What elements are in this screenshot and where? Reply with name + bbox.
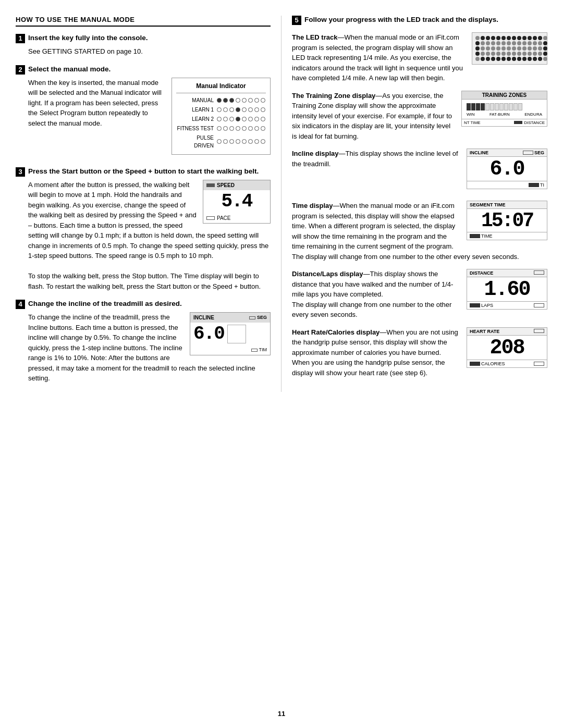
incline-dp-header-right-area: SEG	[523, 150, 544, 155]
incline-label: INCLINE	[193, 314, 214, 322]
indicator-label-manual: MANUAL	[176, 96, 217, 104]
led-cell	[522, 41, 527, 45]
time-dp-footer-label: TIME	[481, 233, 493, 239]
heart-dp-header-left: HEART RATE	[470, 329, 499, 334]
incline-display-section: INCLINE SEG 6.0 TI Incline display—Thi	[292, 149, 547, 193]
speed-display-header: SPEED	[203, 180, 270, 190]
tz-bar	[509, 103, 513, 110]
step-1-body: See GETTING STARTED on page 10.	[28, 46, 271, 57]
dot	[223, 107, 228, 112]
dot	[229, 126, 234, 131]
tz-bars	[467, 103, 542, 110]
led-cell	[491, 52, 495, 56]
tz-dist-rect	[514, 121, 522, 124]
distance-dp-footer: LAPS	[467, 301, 547, 309]
led-cell	[538, 57, 542, 61]
led-cell	[533, 41, 537, 45]
calories-rect-icon	[470, 362, 480, 366]
indicator-label-learn1: LEARN 1	[176, 106, 217, 114]
tim-label: TIM	[259, 347, 267, 354]
led-track-section: The LED track—When the manual mode or an…	[292, 32, 547, 83]
speed-label: SPEED	[217, 181, 235, 189]
led-cell	[501, 41, 506, 45]
step-2-title: Select the manual mode.	[28, 65, 111, 73]
tz-fatburn-label: FAT-BURN	[489, 112, 510, 117]
led-cell	[507, 52, 511, 56]
dot	[217, 139, 222, 144]
led-cell	[522, 36, 527, 40]
led-cell	[543, 36, 547, 40]
dot	[242, 126, 247, 131]
heart-dp-header: HEART RATE	[467, 328, 547, 336]
dot	[242, 98, 247, 103]
laps-rect-icon	[470, 303, 480, 307]
seg-label: SEG	[257, 314, 267, 322]
led-cell	[486, 46, 490, 51]
step-3-header: 3 Press the Start button or the Speed + …	[16, 167, 271, 177]
training-zone-title: The Training Zone display	[292, 92, 375, 100]
step-2-header: 2 Select the manual mode.	[16, 65, 271, 75]
led-cell	[486, 57, 490, 61]
incline-dp-footer: TI	[467, 181, 547, 189]
distance-laps-text2: The display will change from one number …	[292, 301, 451, 319]
indicator-row-learn1: LEARN 1	[176, 106, 266, 114]
led-cell	[512, 57, 516, 61]
dot	[248, 98, 253, 103]
distance-em-dash: —	[363, 270, 370, 278]
incline-seg-rect	[523, 151, 533, 155]
step-4-header: 4 Change the incline of the treadmill as…	[16, 300, 271, 309]
dot	[254, 126, 259, 131]
dot	[261, 117, 265, 121]
dot	[242, 107, 247, 112]
led-track-diagram	[472, 32, 547, 65]
indicator-row-manual: MANUAL	[176, 96, 266, 104]
led-cell	[522, 52, 527, 56]
incline-main: 6.0	[190, 323, 270, 346]
led-cell	[491, 36, 495, 40]
led-cell	[522, 46, 527, 51]
indicator-label-learn2: LEARN 2	[176, 115, 217, 123]
indicator-label-fitness: FITNESS TEST	[176, 125, 217, 132]
led-cell	[538, 52, 542, 56]
training-zone-section: TRAINING ZONES	[292, 91, 547, 142]
tz-bar	[476, 103, 480, 110]
led-cell	[507, 46, 511, 51]
indicator-row-fitness: FITNESS TEST	[176, 125, 266, 132]
dot	[236, 126, 240, 131]
led-cell	[486, 52, 490, 56]
led-cell	[475, 41, 480, 45]
led-cell	[528, 46, 532, 51]
manual-indicator-title: Manual Indicator	[176, 81, 266, 93]
indicator-dots-learn1	[217, 107, 265, 112]
led-cell	[496, 46, 500, 51]
led-cell	[528, 52, 532, 56]
pace-rect-icon	[206, 216, 215, 220]
incline-dp-footer-right: TI	[529, 182, 544, 188]
dot	[261, 107, 265, 112]
tz-em-dash: —	[375, 92, 382, 100]
dot	[261, 126, 265, 131]
led-cell	[501, 36, 506, 40]
led-cell	[533, 36, 537, 40]
speed-rect-icon	[206, 183, 215, 187]
led-cell	[517, 36, 521, 40]
dot	[236, 117, 240, 121]
incline-dp-header-right: SEG	[534, 150, 544, 155]
distance-laps-section: DISTANCE 1.60 LAPS Distance/Laps display…	[292, 269, 547, 320]
dot	[254, 117, 259, 121]
led-track-title: The LED track	[292, 33, 337, 41]
led-cell	[528, 41, 532, 45]
step-3-body-text2: To stop the walking belt, press the Stop…	[28, 272, 261, 290]
time-dp-footer: TIME	[467, 232, 547, 240]
time-display-section: SEGMENT TIME 15:07 TIME Time display—Whe…	[292, 201, 547, 262]
indicator-dots-learn2	[217, 117, 265, 121]
seg-rect-icon	[249, 316, 255, 319]
dot	[223, 126, 228, 131]
dot	[236, 107, 240, 112]
time-display-panel: SEGMENT TIME 15:07 TIME	[467, 201, 547, 240]
incline-em-dash: —	[339, 150, 346, 157]
led-cell	[475, 57, 480, 61]
led-cell	[496, 57, 500, 61]
led-cell	[533, 57, 537, 61]
led-cell	[501, 52, 506, 56]
